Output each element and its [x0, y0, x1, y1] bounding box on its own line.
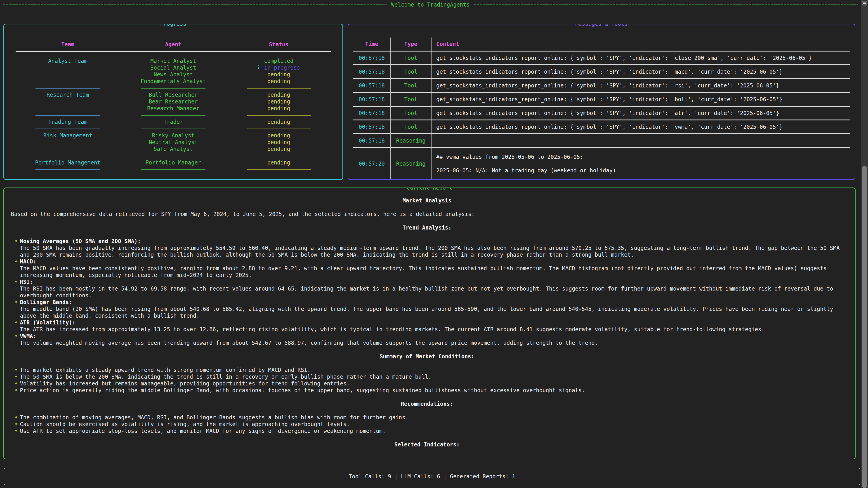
status-badge: pending — [226, 146, 332, 153]
section-heading-summary: Summary of Market Conditions: — [11, 353, 843, 360]
column-header-content: Content — [432, 37, 850, 51]
column-header-time: Time — [353, 37, 391, 51]
list-item: • Bollinger Bands: The middle band (20 S… — [11, 299, 843, 319]
bullet-icon: • — [14, 414, 18, 421]
status-badge: pending — [226, 105, 332, 112]
table-row: Portfolio Management Portfolio Manager p… — [15, 159, 332, 166]
bullet-icon: • — [14, 373, 18, 380]
progress-table: Team Agent Status Analyst Team Market An… — [15, 41, 332, 173]
table-row: Research Manager pending — [15, 105, 332, 112]
list-item: • Use ATR to set appropriate stop-loss l… — [11, 428, 843, 434]
column-header-type: Type — [391, 37, 432, 51]
bullet-icon: • — [14, 319, 18, 326]
status-badge: pending — [226, 139, 332, 146]
table-row: 00:57:18 Tool get_stockstats_indicators_… — [353, 93, 850, 107]
app-title: Welcome to TradingAgents — [391, 2, 470, 8]
scrollbar-button[interactable] — [862, 1, 867, 5]
bullet-icon: • — [14, 279, 18, 285]
bullet-icon: • — [14, 333, 18, 339]
section-separator — [15, 112, 332, 119]
report-intro: Based on the comprehensive data retrieve… — [11, 211, 843, 218]
list-item: • Price action is generally riding the m… — [11, 387, 843, 394]
list-item: • Caution should be exercised as volatil… — [11, 421, 843, 428]
scrollbar-thumb[interactable] — [862, 166, 867, 488]
bullet-icon: • — [14, 299, 18, 306]
list-item: • The combination of moving averages, MA… — [11, 414, 843, 421]
list-item: • The 50 SMA is below the 200 SMA, indic… — [11, 373, 843, 380]
progress-panel-title: Progress — [157, 24, 190, 27]
report-panel: Current Report Market Analysis Based on … — [3, 188, 856, 459]
status-badge: pending — [226, 119, 332, 125]
messages-panel-title: Messages & Tools — [572, 24, 631, 27]
column-header-agent: Agent — [121, 41, 226, 48]
table-row: Neutral Analyst pending — [15, 139, 332, 146]
status-badge: ⠇in_progress — [226, 64, 332, 71]
messages-panel: Messages & Tools Time Type Content 00:57… — [348, 24, 855, 180]
table-row: 00:57:18 Tool get_stockstats_indicators_… — [353, 121, 850, 134]
table-row: Trading Team Trader pending — [15, 119, 332, 125]
table-row: Analyst Team Market Analyst completed — [15, 58, 332, 64]
rule-line-left — [3, 4, 387, 5]
table-row: Safe Analyst pending — [15, 146, 332, 153]
report-body: Market Analysis Based on the comprehensi… — [4, 197, 855, 448]
messages-table: Time Type Content 00:57:18 Tool get_stoc… — [353, 37, 850, 180]
table-row: 00:57:20 Reasoning ## vwma values from 2… — [353, 148, 850, 180]
table-row: Risk Management Risky Analyst pending — [15, 132, 332, 139]
section-separator — [15, 85, 332, 92]
list-item: • Moving Averages (50 SMA and 200 SMA): … — [11, 238, 843, 258]
bullet-icon: • — [14, 387, 18, 394]
section-separator — [15, 125, 332, 132]
table-row: 00:57:18 Tool get_stockstats_indicators_… — [353, 65, 850, 79]
status-badge: pending — [226, 159, 332, 166]
bullet-icon: • — [14, 380, 18, 387]
section-heading-recommendations: Recommendations: — [11, 400, 843, 408]
list-item: • ATR (Volatility): The ATR has increase… — [11, 319, 843, 333]
section-heading-trend: Trend Analysis: — [11, 224, 843, 231]
table-row: Fundamentals Analyst pending — [15, 78, 332, 85]
status-badge: pending — [226, 78, 332, 85]
bullet-icon: • — [14, 258, 18, 265]
section-heading-selected-indicators: Selected Indicators: — [11, 441, 843, 448]
bullet-icon: • — [14, 421, 18, 428]
section-separator — [15, 166, 332, 173]
bullet-icon: • — [14, 367, 18, 373]
header-separator — [15, 51, 332, 58]
table-row: 00:57:18 Reasoning — [353, 134, 850, 148]
section-separator — [15, 153, 332, 159]
report-panel-title: Current Report — [403, 188, 456, 191]
status-badge: pending — [226, 71, 332, 78]
status-badge: completed — [226, 58, 332, 64]
footer-stats-bar: Tool Calls: 9 | LLM Calls: 6 | Generated… — [4, 468, 860, 485]
table-row: 00:57:18 Tool get_stockstats_indicators_… — [353, 79, 850, 93]
rule-line-right — [473, 4, 858, 5]
welcome-rule: Welcome to TradingAgents — [3, 2, 858, 8]
list-item: • MACD: The MACD values have been consis… — [11, 258, 843, 279]
bullet-icon: • — [14, 428, 18, 434]
bullet-icon: • — [14, 238, 18, 245]
table-row: Research Team Bull Researcher pending — [15, 92, 332, 98]
list-item: • Volatility has increased but remains m… — [11, 380, 843, 387]
table-row: 00:57:18 Tool get_stockstats_indicators_… — [353, 52, 850, 65]
messages-table-header: Time Type Content — [353, 37, 850, 52]
table-row: Social Analyst ⠇in_progress — [15, 64, 332, 71]
status-badge: pending — [226, 132, 332, 139]
table-row: Bear Researcher pending — [15, 98, 332, 105]
progress-panel: Progress Team Agent Status Analyst Team … — [3, 24, 343, 180]
column-header-team: Team — [15, 41, 121, 48]
spinner-icon: ⠇ — [257, 65, 261, 71]
table-row: 00:57:18 Tool get_stockstats_indicators_… — [353, 107, 850, 121]
report-heading: Market Analysis — [11, 197, 843, 204]
list-item: • The market exhibits a steady upward tr… — [11, 367, 843, 373]
stats-text: Tool Calls: 9 | LLM Calls: 6 | Generated… — [349, 473, 515, 480]
table-row: News Analyst pending — [15, 71, 332, 78]
list-item: • RSI: The RSI has been mostly in the 54… — [11, 279, 843, 299]
column-header-status: Status — [226, 41, 332, 48]
status-badge: pending — [226, 98, 332, 105]
list-item: • VWMA: The volume-weighted moving avera… — [11, 333, 843, 346]
progress-table-header: Team Agent Status — [15, 41, 332, 48]
status-badge: pending — [226, 92, 332, 98]
